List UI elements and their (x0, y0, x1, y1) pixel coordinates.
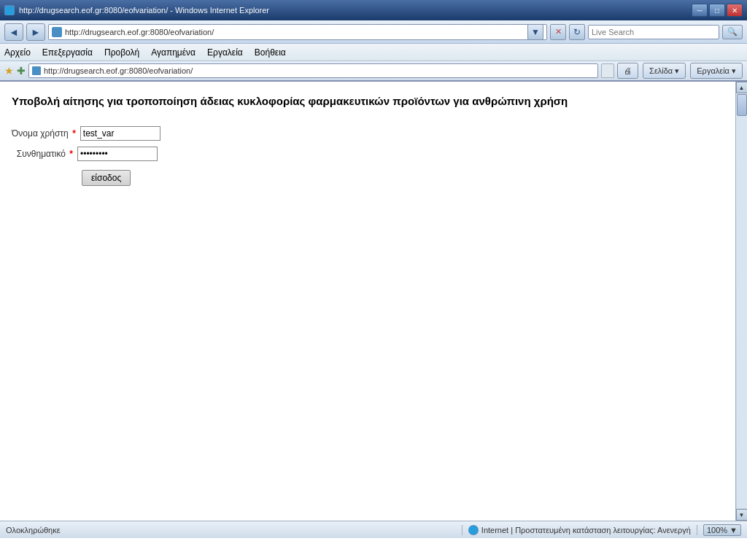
menu-help[interactable]: Βοήθεια (255, 47, 286, 58)
go-button[interactable]: ↻ (569, 24, 585, 40)
page-icon (52, 27, 62, 37)
scroll-track (737, 94, 747, 508)
page-title: Υποβολή αίτησης για τροποποίηση άδειας κ… (12, 93, 724, 109)
button-row: είσοδος (82, 167, 724, 186)
menu-bar: Αρχείο Επεξεργασία Προβολή Αγαπημένα Εργ… (0, 44, 747, 61)
status-right: 100% ▼ (697, 524, 747, 536)
window-title: http://drugsearch.eof.gr:8080/eofvariati… (19, 6, 269, 15)
favorites-bar: ★ ✚ http://drugsearch.eof.gr:8080/eofvar… (0, 61, 747, 82)
status-center: 🌐 Internet | Προστατευμένη κατάσταση λει… (462, 525, 697, 535)
address-go-button[interactable]: ▼ (527, 24, 543, 40)
scroll-up-button[interactable]: ▲ (736, 82, 748, 93)
fav-address-bar: http://drugsearch.eof.gr:8080/eofvariati… (28, 63, 598, 78)
search-button[interactable]: 🔍 (722, 25, 743, 39)
page-wrapper: Υποβολή αίτησης για τροποποίηση άδειας κ… (0, 82, 747, 521)
menu-favorites[interactable]: Αγαπημένα (151, 47, 196, 58)
forward-button[interactable]: ► (26, 23, 45, 41)
address-text: http://drugsearch.eof.gr:8080/eofvariati… (65, 28, 525, 36)
print-button[interactable]: 🖨 (617, 63, 638, 79)
username-required: * (72, 128, 76, 139)
submit-button[interactable]: είσοδος (82, 170, 131, 186)
search-area: 🔍 (588, 25, 743, 39)
close-button[interactable]: ✕ (727, 4, 743, 17)
rss-icon[interactable]: ✚ (17, 65, 26, 77)
password-required: * (69, 149, 73, 159)
status-center-text: Internet | Προστατευμένη κατάσταση λειτο… (481, 526, 691, 534)
back-button[interactable]: ◄ (4, 23, 23, 41)
status-bar: Ολοκληρώθηκε 🌐 Internet | Προστατευμένη … (0, 521, 747, 538)
address-bar[interactable]: http://drugsearch.eof.gr:8080/eofvariati… (48, 24, 547, 40)
status-text: Ολοκληρώθηκε (6, 526, 61, 534)
search-input[interactable] (588, 25, 719, 39)
title-bar: 🌐 http://drugsearch.eof.gr:8080/eofvaria… (0, 0, 747, 20)
fav-tab[interactable] (601, 63, 614, 78)
maximize-button[interactable]: □ (709, 4, 725, 17)
password-row: Συνθηματικό * (12, 147, 724, 161)
favorites-star-icon[interactable]: ★ (4, 65, 14, 77)
page-button[interactable]: Σελίδα ▾ (643, 63, 686, 79)
fav-page-icon (32, 66, 41, 75)
title-bar-buttons: ─ □ ✕ (692, 4, 743, 17)
menu-view[interactable]: Προβολή (104, 47, 139, 58)
status-left: Ολοκληρώθηκε (0, 526, 462, 534)
username-row: Όνομα χρήστη * (12, 126, 724, 141)
refresh-button[interactable]: ✕ (550, 24, 566, 40)
username-input[interactable] (80, 126, 160, 141)
zoom-level: 100% (707, 526, 727, 534)
password-input[interactable] (77, 147, 158, 161)
title-bar-left: 🌐 http://drugsearch.eof.gr:8080/eofvaria… (4, 5, 269, 15)
page-content: Υποβολή αίτησης για τροποποίηση άδειας κ… (0, 82, 735, 521)
menu-file[interactable]: Αρχείο (4, 47, 31, 58)
fav-address-text: http://drugsearch.eof.gr:8080/eofvariati… (44, 66, 193, 75)
scroll-thumb[interactable] (737, 94, 747, 116)
minimize-button[interactable]: ─ (692, 4, 708, 17)
internet-icon: 🌐 (468, 525, 479, 535)
password-label: Συνθηματικό * (12, 149, 77, 159)
menu-edit[interactable]: Επεξεργασία (42, 47, 93, 58)
username-label: Όνομα χρήστη * (12, 128, 80, 139)
scroll-down-button[interactable]: ▼ (736, 509, 748, 521)
vertical-scrollbar[interactable]: ▲ ▼ (735, 82, 747, 521)
browser-icon: 🌐 (4, 5, 15, 15)
login-form: Όνομα χρήστη * Συνθηματικό * είσοδος (12, 126, 724, 186)
menu-tools[interactable]: Εργαλεία (207, 47, 243, 58)
toolbar-right: 🖨 Σελίδα ▾ Εργαλεία ▾ (617, 63, 743, 79)
navigation-bar: ◄ ► http://drugsearch.eof.gr:8080/eofvar… (0, 20, 747, 44)
zoom-button[interactable]: 100% ▼ (703, 524, 741, 536)
tools-button[interactable]: Εργαλεία ▾ (690, 63, 743, 79)
